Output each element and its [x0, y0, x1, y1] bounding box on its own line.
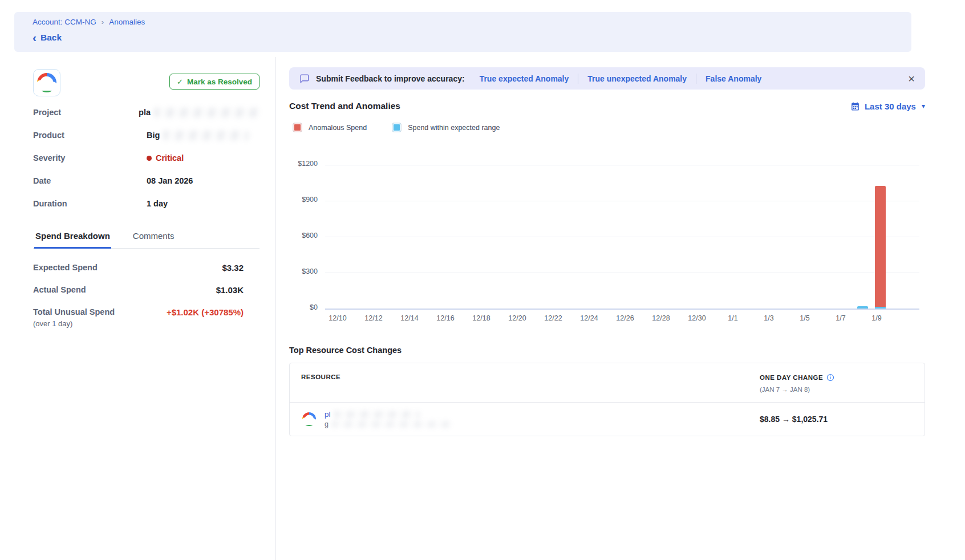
x-axis-label: 12/12 — [354, 314, 394, 322]
chevron-left-icon: ‹ — [33, 34, 37, 42]
x-axis-label: 12/26 — [605, 314, 645, 322]
resolve-button-label: Mark as Resolved — [187, 78, 252, 86]
chart-header: Cost Trend and Anomalies Last 30 days ▾ — [289, 101, 925, 111]
anomaly-detail-panel: ✓ Mark as Resolved ProjectplaProductBigS… — [14, 57, 275, 334]
gridline — [325, 237, 919, 237]
anomalous-spend-bar[interactable] — [875, 186, 886, 309]
y-axis-label: $0 — [283, 303, 318, 311]
chart-legend: Anomalous SpendSpend within expected ran… — [293, 123, 965, 132]
tab-comments[interactable]: Comments — [132, 228, 176, 249]
field-label: Severity — [33, 153, 147, 163]
x-axis-label: 12/30 — [677, 314, 717, 322]
back-label: Back — [40, 33, 62, 43]
gridline — [325, 273, 919, 273]
field-value: Critical — [147, 153, 184, 163]
change-column-sublabel: (JAN 7 → JAN 8) — [760, 386, 913, 393]
gridline — [325, 165, 919, 165]
spend-label: Total Unusual Spend — [33, 307, 115, 316]
y-axis-label: $600 — [283, 232, 318, 240]
info-icon[interactable] — [826, 374, 834, 382]
feedback-prompt: Submit Feedback to improve accuracy: — [316, 74, 465, 83]
legend-item: Anomalous Spend — [293, 123, 367, 132]
spend-row: Expected Spend$3.32 — [33, 257, 260, 279]
field-row: Date08 Jan 2026 — [33, 169, 260, 192]
feedback-divider — [578, 74, 578, 84]
legend-label: Anomalous Spend — [309, 124, 367, 132]
feedback-options: True expected AnomalyTrue unexpected Ano… — [480, 74, 762, 84]
detail-panel-header: ✓ Mark as Resolved — [33, 69, 260, 96]
cost-trend-chart: $0$300$600$900$120012/1012/1212/1412/161… — [275, 145, 965, 328]
expected-swatch-icon — [392, 123, 402, 132]
x-axis-label: 12/22 — [533, 314, 573, 322]
severity-value: Critical — [156, 153, 184, 163]
back-button[interactable]: ‹ Back — [33, 33, 62, 43]
change-column-text: ONE DAY CHANGE — [760, 374, 823, 381]
x-axis-label: 12/24 — [569, 314, 609, 322]
field-value: Big — [147, 131, 249, 140]
legend-item: Spend within expected range — [392, 123, 500, 132]
spend-label-group: Actual Spend — [33, 285, 86, 294]
x-axis-label: 12/10 — [318, 314, 358, 322]
redacted-resource-name — [334, 411, 420, 418]
resource-table: RESOURCEONE DAY CHANGE(JAN 7 → JAN 8)plg… — [289, 363, 925, 436]
y-axis-label: $900 — [283, 196, 318, 204]
date-range-selector[interactable]: Last 30 days ▾ — [850, 102, 925, 111]
resource-link[interactable]: pl — [325, 410, 331, 419]
field-value-text: pla — [139, 108, 151, 117]
resource-cell: plg — [301, 410, 760, 428]
field-label: Duration — [33, 199, 147, 208]
field-row: Projectpla — [33, 101, 260, 124]
field-value: pla — [139, 108, 260, 117]
redacted-value — [154, 108, 260, 117]
field-value: 08 Jan 2026 — [147, 176, 193, 185]
spend-label: Expected Spend — [33, 263, 98, 272]
feedback-option-3[interactable]: False Anomaly — [705, 74, 761, 83]
breadcrumb-account-link[interactable]: Account: CCM-NG — [33, 18, 96, 26]
field-row: ProductBig — [33, 124, 260, 147]
breadcrumb-current[interactable]: Anomalies — [109, 18, 145, 26]
expected-spend-bar[interactable] — [857, 306, 868, 309]
severity-dot-icon — [147, 156, 152, 161]
spend-label-group: Total Unusual Spend(over 1 day) — [33, 307, 115, 328]
google-cloud-icon — [35, 71, 58, 94]
feedback-option-1[interactable]: True expected Anomaly — [480, 74, 569, 83]
resource-name-line: pl — [325, 410, 452, 419]
spend-value: +$1.02K (+30785%) — [167, 307, 244, 317]
resource-subtext-line: g — [325, 420, 452, 428]
anomaly-fields: ProjectplaProductBigSeverityCriticalDate… — [33, 101, 260, 215]
resource-row[interactable]: plg$8.85 → $1,025.71 — [290, 403, 925, 436]
resource-text: plg — [325, 410, 452, 428]
topbar: Account: CCM-NG › Anomalies ‹ Back — [14, 12, 911, 52]
x-axis-label: 1/7 — [821, 314, 861, 322]
tab-spend-breakdown[interactable]: Spend Breakdown — [34, 228, 111, 249]
resource-subtext: g — [325, 420, 329, 428]
field-row: SeverityCritical — [33, 147, 260, 169]
change-column-header: ONE DAY CHANGE(JAN 7 → JAN 8) — [760, 374, 913, 393]
x-axis-line — [325, 309, 919, 310]
field-row: Duration1 day — [33, 192, 260, 215]
calendar-icon — [850, 102, 860, 111]
spend-label: Actual Spend — [33, 285, 86, 294]
field-value-text: 08 Jan 2026 — [147, 176, 193, 185]
x-axis-label: 1/5 — [785, 314, 825, 322]
x-axis-label: 1/3 — [749, 314, 789, 322]
x-axis-label: 12/28 — [641, 314, 681, 322]
chart-title: Cost Trend and Anomalies — [289, 101, 400, 111]
feedback-option-2[interactable]: True unexpected Anomaly — [587, 74, 687, 83]
provider-logo-tile — [33, 69, 60, 96]
field-value-text: 1 day — [147, 199, 168, 208]
google-cloud-icon — [301, 411, 317, 427]
x-axis-label: 12/20 — [497, 314, 537, 322]
anomalous-swatch-icon — [293, 123, 302, 132]
close-icon[interactable]: × — [908, 73, 915, 84]
feedback-bar: Submit Feedback to improve accuracy: Tru… — [289, 67, 925, 90]
x-axis-label: 12/14 — [390, 314, 429, 322]
y-axis-label: $1200 — [283, 160, 318, 168]
y-axis-label: $300 — [283, 267, 318, 275]
expected-base-segment — [875, 307, 886, 309]
spend-row: Actual Spend$1.03K — [33, 279, 260, 301]
anomaly-main-panel: Submit Feedback to improve accuracy: Tru… — [275, 57, 965, 436]
mark-as-resolved-button[interactable]: ✓ Mark as Resolved — [169, 74, 260, 90]
change-column-label: ONE DAY CHANGE — [760, 374, 913, 382]
chat-bubble-icon — [299, 74, 310, 84]
